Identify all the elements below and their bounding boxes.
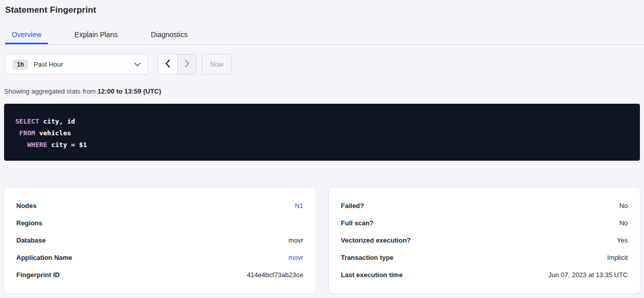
tab-explain-plans-label: Explain Plans	[74, 31, 118, 39]
regions-label: Regions	[16, 219, 42, 227]
time-interval-badge: 1h	[13, 59, 28, 70]
tab-overview-label: Overview	[12, 31, 41, 39]
row-application-name: Application Name movr	[16, 249, 303, 266]
row-vectorized-execution: Vectorized execution? Yes	[341, 231, 628, 249]
details-cards: Nodes N1 Regions Database movr Applicati…	[4, 188, 640, 293]
stats-line-range: 12:00 to 13:59 (UTC)	[98, 87, 161, 95]
row-regions: Regions	[16, 214, 303, 231]
aggregated-stats-line: Showing aggregated stats from 12:00 to 1…	[4, 87, 644, 95]
tab-bar: Overview Explain Plans Diagnostics	[0, 27, 644, 45]
failed-label: Failed?	[341, 202, 365, 210]
chevron-left-icon	[165, 59, 171, 69]
fingerprint-id-value: 414e4bcf73ab23ce	[247, 271, 303, 279]
sql-line: FROM vehicles	[15, 127, 629, 139]
statement-details-card: Nodes N1 Regions Database movr Applicati…	[4, 188, 316, 293]
sql-keyword: FROM	[19, 129, 35, 137]
row-database: Database movr	[16, 231, 303, 249]
sql-line: WHERE city = $1	[15, 139, 629, 151]
tab-explain-plans[interactable]: Explain Plans	[68, 27, 124, 44]
last-execution-time-label: Last execution time	[341, 271, 403, 279]
row-transaction-type: Transaction type Implicit	[341, 249, 628, 266]
next-interval-button[interactable]	[177, 54, 196, 74]
stats-line-prefix: Showing aggregated stats from	[4, 87, 98, 95]
last-execution-time-value: Jun 07, 2023 at 13:35 UTC	[548, 271, 628, 279]
sql-line: SELECT city, id	[15, 115, 629, 127]
time-step-buttons	[158, 54, 197, 75]
previous-interval-button[interactable]	[158, 54, 177, 74]
tab-diagnostics[interactable]: Diagnostics	[144, 27, 194, 44]
transaction-type-label: Transaction type	[341, 254, 394, 261]
row-full-scan: Full scan? No	[341, 214, 628, 231]
statement-fingerprint-page: Statement Fingerprint Overview Explain P…	[0, 5, 644, 298]
row-last-execution-time: Last execution time Jun 07, 2023 at 13:3…	[341, 266, 628, 283]
chevron-down-icon	[134, 63, 141, 67]
failed-value: No	[619, 202, 628, 210]
sql-statement-box: SELECT city, id FROM vehicles WHERE city…	[4, 104, 640, 161]
fingerprint-id-label: Fingerprint ID	[16, 271, 60, 279]
sql-keyword: SELECT	[15, 117, 39, 125]
full-scan-label: Full scan?	[341, 219, 374, 227]
sql-keyword: WHERE	[27, 141, 47, 148]
time-interval-select[interactable]: 1h Past Hour	[5, 54, 148, 75]
database-label: Database	[16, 236, 46, 244]
transaction-type-value: Implicit	[607, 254, 628, 261]
time-toolbar: 1h Past Hour Now	[5, 54, 644, 75]
time-interval-label: Past Hour	[34, 61, 63, 68]
application-name-label: Application Name	[16, 254, 72, 261]
row-failed: Failed? No	[341, 197, 628, 214]
tab-diagnostics-label: Diagnostics	[151, 31, 187, 39]
chevron-right-icon	[184, 59, 190, 69]
tab-overview[interactable]: Overview	[5, 27, 48, 44]
full-scan-value: No	[619, 219, 628, 227]
application-name-value-link[interactable]: movr	[289, 254, 303, 261]
row-fingerprint-id: Fingerprint ID 414e4bcf73ab23ce	[16, 266, 303, 283]
vectorized-execution-value: Yes	[617, 236, 628, 244]
vectorized-execution-label: Vectorized execution?	[341, 236, 411, 244]
nodes-label: Nodes	[16, 202, 37, 210]
row-nodes: Nodes N1	[16, 197, 303, 214]
database-value: movr	[289, 236, 303, 244]
page-title: Statement Fingerprint	[5, 5, 644, 15]
now-button[interactable]: Now	[202, 54, 232, 75]
execution-attributes-card: Failed? No Full scan? No Vectorized exec…	[329, 188, 640, 293]
nodes-value-link[interactable]: N1	[295, 202, 303, 210]
